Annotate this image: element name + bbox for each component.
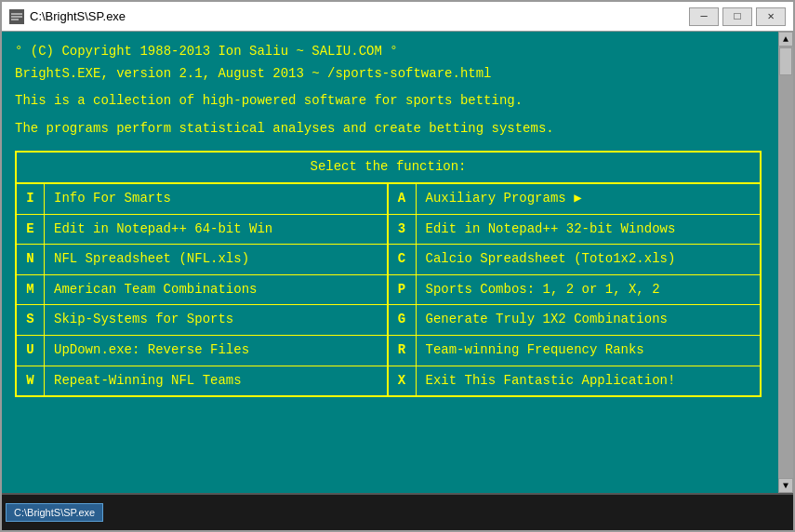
menu-row-left-m[interactable]: MAmerican Team Combinations [17,275,387,306]
scroll-thumb[interactable] [779,47,792,75]
svg-rect-2 [11,16,22,18]
menu-label-u: UpDown.exe: Reverse Files [45,336,258,366]
scroll-track [778,47,793,478]
info-line1: This is a collection of high-powered sof… [15,92,762,111]
info-line2: The programs perform statistical analyse… [15,120,762,139]
menu-key-c: C [389,245,417,274]
menu-key-n: N [17,245,45,274]
menu-key-e: E [17,215,45,245]
menu-row-right-a[interactable]: AAuxiliary Programs ▶ [389,184,761,215]
menu-key-g: G [389,305,417,335]
menu-label-n: NFL Spreadsheet (NFL.xls) [45,245,258,274]
menu-row-left-e[interactable]: EEdit in Notepad++ 64-bit Win [17,215,387,246]
menu-row-left-s[interactable]: SSkip-Systems for Sports [17,305,387,336]
menu-key-p: P [389,275,417,305]
main-window: C:\BrightS\SP.exe — □ ✕ ° (C) Copyright … [0,0,795,532]
menu-grid: IInfo For SmartsEEdit in Notepad++ 64-bi… [17,184,760,395]
menu-label-r: Team-winning Frequency Ranks [417,336,654,366]
menu-label-m: American Team Combinations [45,275,266,305]
menu-table: Select the function: IInfo For SmartsEEd… [15,151,762,397]
menu-row-left-i[interactable]: IInfo For Smarts [17,184,387,215]
scroll-down-arrow[interactable]: ▼ [778,478,793,493]
console-area: ° (C) Copyright 1988-2013 Ion Saliu ~ SA… [2,32,793,493]
console-content: ° (C) Copyright 1988-2013 Ion Saliu ~ SA… [15,43,780,397]
svg-rect-3 [11,19,19,20]
close-button[interactable]: ✕ [756,7,786,26]
menu-row-right-r[interactable]: RTeam-winning Frequency Ranks [389,336,761,366]
menu-row-left-w[interactable]: WRepeat-Winning NFL Teams [17,366,387,396]
menu-label-x: Exit This Fantastic Application! [417,366,685,396]
menu-row-right-3[interactable]: 3Edit in Notepad++ 32-bit Windows [389,215,761,246]
window-title: C:\BrightS\SP.exe [30,9,689,23]
menu-key-w: W [17,366,45,396]
menu-label-p: Sports Combos: 1, 2 or 1, X, 2 [417,275,669,305]
menu-right-column: AAuxiliary Programs ▶3Edit in Notepad++ … [389,184,761,395]
menu-label-c: Calcio Spreadsheet (Toto1x2.xls) [417,245,685,274]
menu-key-r: R [389,336,417,366]
scroll-up-arrow[interactable]: ▲ [778,32,793,47]
title-bar: C:\BrightS\SP.exe — □ ✕ [2,2,793,32]
menu-key-3: 3 [389,215,417,245]
menu-row-left-n[interactable]: NNFL Spreadsheet (NFL.xls) [17,245,387,275]
menu-key-s: S [17,305,45,335]
copyright-line1: ° (C) Copyright 1988-2013 Ion Saliu ~ SA… [15,43,762,61]
menu-row-right-g[interactable]: GGenerate Truly 1X2 Combinations [389,305,761,336]
menu-row-right-p[interactable]: PSports Combos: 1, 2 or 1, X, 2 [389,275,761,306]
taskbar: C:\BrightS\SP.exe [2,493,793,530]
menu-label-i: Info For Smarts [45,184,180,214]
maximize-button[interactable]: □ [722,7,752,26]
menu-key-m: M [17,275,45,305]
menu-key-u: U [17,336,45,366]
window-controls: — □ ✕ [689,7,786,26]
menu-header: Select the function: [17,153,760,184]
menu-label-g: Generate Truly 1X2 Combinations [417,305,677,335]
menu-row-right-c[interactable]: CCalcio Spreadsheet (Toto1x2.xls) [389,245,761,275]
menu-label-3: Edit in Notepad++ 32-bit Windows [417,215,685,245]
taskbar-item[interactable]: C:\BrightS\SP.exe [6,503,103,522]
menu-key-x: X [389,366,417,396]
scrollbar[interactable]: ▲ ▼ [778,32,793,493]
svg-rect-1 [11,13,22,15]
window-icon [9,9,24,24]
menu-label-w: Repeat-Winning NFL Teams [45,366,251,396]
menu-key-i: I [17,184,45,214]
menu-key-a: A [389,184,417,214]
menu-label-a: Auxiliary Programs ▶ [417,184,591,214]
copyright-line2: BrightS.EXE, version 2.1, August 2013 ~ … [15,65,762,84]
minimize-button[interactable]: — [689,7,719,26]
menu-row-right-x[interactable]: XExit This Fantastic Application! [389,366,761,396]
menu-label-e: Edit in Notepad++ 64-bit Win [45,215,282,245]
menu-row-left-u[interactable]: UUpDown.exe: Reverse Files [17,336,387,366]
menu-left-column: IInfo For SmartsEEdit in Notepad++ 64-bi… [17,184,389,395]
menu-label-s: Skip-Systems for Sports [45,305,243,335]
